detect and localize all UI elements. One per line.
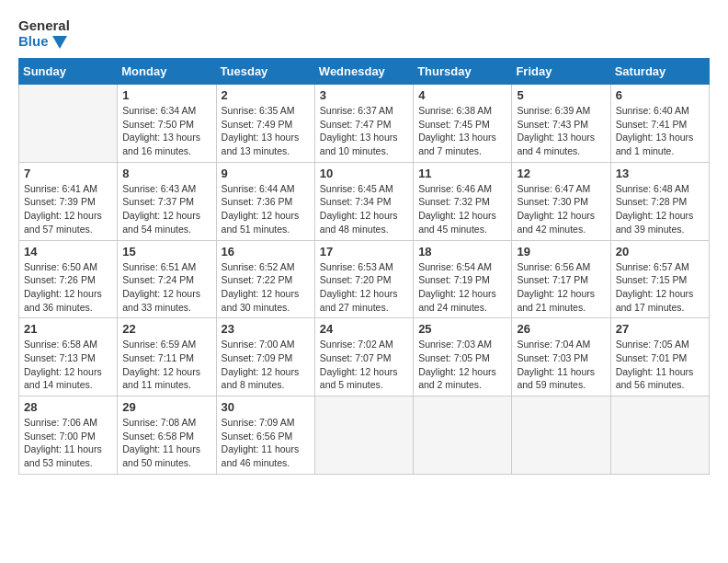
logo-graphic: General Blue — [18, 18, 70, 49]
calendar-week-4: 21Sunrise: 6:58 AM Sunset: 7:13 PM Dayli… — [19, 318, 710, 396]
calendar-cell: 24Sunrise: 7:02 AM Sunset: 7:07 PM Dayli… — [314, 318, 413, 396]
day-number: 26 — [517, 322, 605, 336]
calendar-cell: 27Sunrise: 7:05 AM Sunset: 7:01 PM Dayli… — [610, 318, 709, 396]
day-number: 30 — [222, 400, 310, 414]
calendar-cell: 3Sunrise: 6:37 AM Sunset: 7:47 PM Daylig… — [314, 85, 413, 163]
calendar-cell: 2Sunrise: 6:35 AM Sunset: 7:49 PM Daylig… — [216, 85, 314, 163]
calendar-cell: 28Sunrise: 7:06 AM Sunset: 7:00 PM Dayli… — [19, 396, 118, 475]
day-number: 4 — [418, 88, 506, 102]
page-header: General Blue — [18, 18, 710, 49]
calendar-body: 1Sunrise: 6:34 AM Sunset: 7:50 PM Daylig… — [19, 85, 710, 475]
weekday-header-tuesday: Tuesday — [216, 59, 314, 85]
day-info: Sunrise: 6:59 AM Sunset: 7:11 PM Dayligh… — [122, 338, 210, 392]
day-info: Sunrise: 6:39 AM Sunset: 7:43 PM Dayligh… — [517, 104, 605, 158]
day-info: Sunrise: 6:58 AM Sunset: 7:13 PM Dayligh… — [24, 338, 112, 392]
calendar-cell — [610, 396, 709, 475]
calendar-cell: 5Sunrise: 6:39 AM Sunset: 7:43 PM Daylig… — [512, 85, 610, 163]
calendar-cell: 6Sunrise: 6:40 AM Sunset: 7:41 PM Daylig… — [610, 85, 709, 163]
day-info: Sunrise: 6:34 AM Sunset: 7:50 PM Dayligh… — [122, 104, 210, 158]
calendar-table: SundayMondayTuesdayWednesdayThursdayFrid… — [18, 58, 710, 475]
calendar-cell: 20Sunrise: 6:57 AM Sunset: 7:15 PM Dayli… — [610, 240, 709, 318]
day-number: 5 — [517, 88, 605, 102]
calendar-cell: 1Sunrise: 6:34 AM Sunset: 7:50 PM Daylig… — [118, 85, 216, 163]
calendar-cell: 4Sunrise: 6:38 AM Sunset: 7:45 PM Daylig… — [414, 85, 512, 163]
calendar-cell: 22Sunrise: 6:59 AM Sunset: 7:11 PM Dayli… — [118, 318, 216, 396]
day-info: Sunrise: 7:08 AM Sunset: 6:58 PM Dayligh… — [122, 416, 210, 470]
day-number: 3 — [320, 88, 408, 102]
calendar-cell: 11Sunrise: 6:46 AM Sunset: 7:32 PM Dayli… — [414, 162, 512, 240]
calendar-cell — [19, 85, 118, 163]
calendar-cell: 12Sunrise: 6:47 AM Sunset: 7:30 PM Dayli… — [512, 162, 610, 240]
day-info: Sunrise: 7:04 AM Sunset: 7:03 PM Dayligh… — [517, 338, 605, 392]
day-number: 20 — [616, 245, 704, 259]
day-number: 12 — [517, 167, 605, 180]
calendar-cell: 8Sunrise: 6:43 AM Sunset: 7:37 PM Daylig… — [118, 162, 216, 240]
calendar-week-2: 7Sunrise: 6:41 AM Sunset: 7:39 PM Daylig… — [19, 162, 710, 240]
calendar-week-1: 1Sunrise: 6:34 AM Sunset: 7:50 PM Daylig… — [19, 85, 710, 163]
day-info: Sunrise: 6:45 AM Sunset: 7:34 PM Dayligh… — [320, 182, 408, 236]
weekday-header-wednesday: Wednesday — [314, 59, 413, 85]
calendar-cell: 13Sunrise: 6:48 AM Sunset: 7:28 PM Dayli… — [610, 162, 709, 240]
calendar-week-3: 14Sunrise: 6:50 AM Sunset: 7:26 PM Dayli… — [19, 240, 710, 318]
day-number: 13 — [616, 167, 704, 180]
day-number: 6 — [616, 88, 704, 102]
weekday-header-sunday: Sunday — [19, 59, 118, 85]
calendar-cell: 30Sunrise: 7:09 AM Sunset: 6:56 PM Dayli… — [216, 396, 314, 475]
day-number: 1 — [122, 88, 210, 102]
day-info: Sunrise: 6:50 AM Sunset: 7:26 PM Dayligh… — [24, 260, 112, 315]
day-number: 17 — [320, 245, 408, 259]
day-info: Sunrise: 6:52 AM Sunset: 7:22 PM Dayligh… — [222, 260, 310, 315]
calendar-cell: 29Sunrise: 7:08 AM Sunset: 6:58 PM Dayli… — [118, 396, 216, 475]
day-info: Sunrise: 6:41 AM Sunset: 7:39 PM Dayligh… — [24, 182, 112, 236]
day-info: Sunrise: 6:56 AM Sunset: 7:17 PM Dayligh… — [517, 260, 605, 315]
day-info: Sunrise: 7:05 AM Sunset: 7:01 PM Dayligh… — [616, 338, 704, 392]
day-info: Sunrise: 6:37 AM Sunset: 7:47 PM Dayligh… — [320, 104, 408, 158]
day-info: Sunrise: 6:51 AM Sunset: 7:24 PM Dayligh… — [122, 260, 210, 315]
day-number: 15 — [122, 245, 210, 259]
day-number: 11 — [418, 167, 506, 180]
weekday-header-friday: Friday — [512, 59, 610, 85]
calendar-cell — [414, 396, 512, 475]
day-number: 2 — [222, 88, 310, 102]
day-info: Sunrise: 6:44 AM Sunset: 7:36 PM Dayligh… — [222, 182, 310, 236]
day-info: Sunrise: 6:35 AM Sunset: 7:49 PM Dayligh… — [222, 104, 310, 158]
day-number: 25 — [418, 322, 506, 336]
calendar-cell: 26Sunrise: 7:04 AM Sunset: 7:03 PM Dayli… — [512, 318, 610, 396]
calendar-cell: 16Sunrise: 6:52 AM Sunset: 7:22 PM Dayli… — [216, 240, 314, 318]
day-info: Sunrise: 6:47 AM Sunset: 7:30 PM Dayligh… — [517, 182, 605, 236]
day-number: 9 — [222, 167, 310, 180]
calendar-cell: 19Sunrise: 6:56 AM Sunset: 7:17 PM Dayli… — [512, 240, 610, 318]
day-number: 28 — [24, 400, 112, 414]
calendar-cell: 25Sunrise: 7:03 AM Sunset: 7:05 PM Dayli… — [414, 318, 512, 396]
weekday-header-thursday: Thursday — [414, 59, 512, 85]
calendar-cell — [512, 396, 610, 475]
day-info: Sunrise: 7:00 AM Sunset: 7:09 PM Dayligh… — [222, 338, 310, 392]
logo: General Blue — [18, 18, 70, 49]
day-info: Sunrise: 7:09 AM Sunset: 6:56 PM Dayligh… — [222, 416, 310, 470]
day-info: Sunrise: 6:38 AM Sunset: 7:45 PM Dayligh… — [418, 104, 506, 158]
weekday-header-monday: Monday — [118, 59, 216, 85]
day-number: 10 — [320, 167, 408, 180]
day-info: Sunrise: 6:57 AM Sunset: 7:15 PM Dayligh… — [616, 260, 704, 315]
calendar-cell: 7Sunrise: 6:41 AM Sunset: 7:39 PM Daylig… — [19, 162, 118, 240]
day-number: 8 — [122, 167, 210, 180]
calendar-cell: 17Sunrise: 6:53 AM Sunset: 7:20 PM Dayli… — [314, 240, 413, 318]
day-number: 19 — [517, 245, 605, 259]
day-number: 24 — [320, 322, 408, 336]
calendar-week-5: 28Sunrise: 7:06 AM Sunset: 7:00 PM Dayli… — [19, 396, 710, 475]
day-number: 23 — [222, 322, 310, 336]
day-info: Sunrise: 7:02 AM Sunset: 7:07 PM Dayligh… — [320, 338, 408, 392]
day-number: 7 — [24, 167, 112, 180]
day-info: Sunrise: 6:43 AM Sunset: 7:37 PM Dayligh… — [122, 182, 210, 236]
day-info: Sunrise: 7:03 AM Sunset: 7:05 PM Dayligh… — [418, 338, 506, 392]
day-number: 16 — [222, 245, 310, 259]
calendar-cell: 9Sunrise: 6:44 AM Sunset: 7:36 PM Daylig… — [216, 162, 314, 240]
logo-chevron-icon — [52, 36, 67, 49]
day-info: Sunrise: 6:54 AM Sunset: 7:19 PM Dayligh… — [418, 260, 506, 315]
calendar-cell: 21Sunrise: 6:58 AM Sunset: 7:13 PM Dayli… — [19, 318, 118, 396]
calendar-cell: 15Sunrise: 6:51 AM Sunset: 7:24 PM Dayli… — [118, 240, 216, 318]
day-info: Sunrise: 6:40 AM Sunset: 7:41 PM Dayligh… — [616, 104, 704, 158]
svg-marker-0 — [52, 36, 67, 49]
day-number: 29 — [122, 400, 210, 414]
calendar-cell — [314, 396, 413, 475]
